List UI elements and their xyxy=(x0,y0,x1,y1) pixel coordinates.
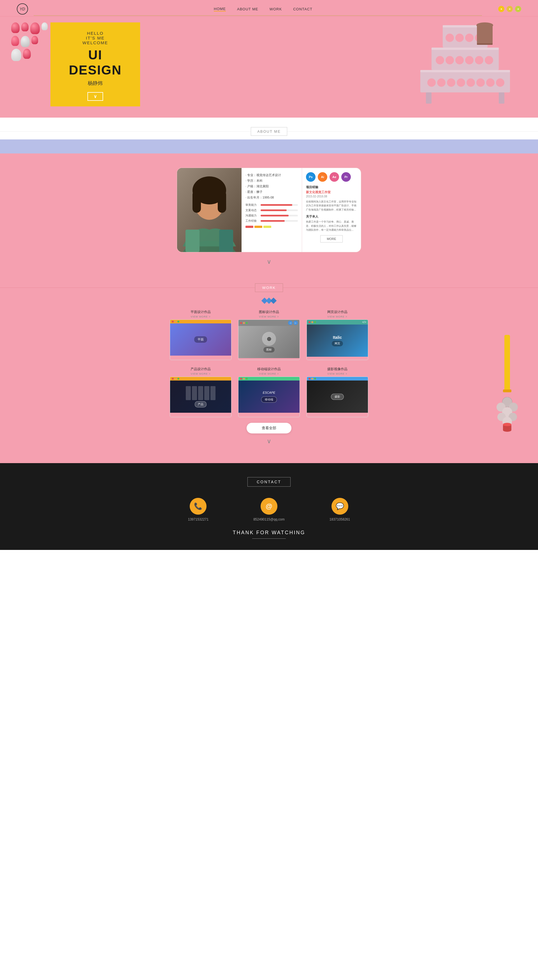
exp-date: 2015.02-2016.08 xyxy=(306,195,357,198)
about-me-label: ABOUT ME xyxy=(251,127,287,136)
svg-point-50 xyxy=(503,423,511,426)
badge-ae: Ae xyxy=(329,172,339,182)
phone-icon: 📞 xyxy=(190,498,206,515)
work-item-photo-title: 摄影视像作品 xyxy=(307,367,368,372)
work-scroll-arrow: ∨ xyxy=(0,433,538,449)
svg-point-23 xyxy=(476,78,485,87)
work-frame-product: 产品 xyxy=(170,377,231,417)
svg-point-15 xyxy=(465,56,474,64)
contact-wechat: 💬 18371058261 xyxy=(329,498,350,521)
work-frame-icon: ◁ ▷ ⊕ 图标 xyxy=(238,320,300,360)
view-all-button[interactable]: 查看全部 xyxy=(247,423,291,433)
hero-bulbs xyxy=(11,22,48,61)
about-zodiac: · 星座：狮子 xyxy=(246,190,298,194)
contact-section: CONTACT 📞 13971532271 @ 852490115@qq.com… xyxy=(0,463,538,550)
svg-point-20 xyxy=(447,78,455,87)
social-icons: ✦ ✦ ✦ xyxy=(498,6,521,12)
work-item-flat: 平面设计作品 VIEW MORE > 平面 xyxy=(170,310,231,360)
hero-title: UI DESIGN xyxy=(62,47,129,78)
exp-subtitle: 新文化视觉工作室 xyxy=(306,190,357,194)
svg-rect-6 xyxy=(426,92,431,103)
contact-phone: 📞 13971532271 xyxy=(188,498,209,521)
svg-rect-38 xyxy=(504,335,510,391)
hero-name: 杨静炜 xyxy=(62,80,129,86)
exp-title: 项目经验 xyxy=(306,185,357,189)
about-birth: · 出生年月：1995-08 xyxy=(246,196,298,200)
exp-text: 在校期间加入新文化工作室，运用所学专业知识为工作室承接媒体宣传平面广告设计、手画… xyxy=(306,200,357,212)
svg-point-14 xyxy=(455,56,464,64)
about-title: 关于本人 xyxy=(306,215,357,219)
about-skill-bars: 审美能力 文案动态 沟通能力 xyxy=(246,203,298,223)
about-info: · 专业：视觉传达艺术设计 · 学历：本科 · 户籍：湖北襄阳 · 星座：狮子 … xyxy=(241,168,302,252)
work-grid: 平面设计作品 VIEW MORE > 平面 图标设计作品 VIEW MORE > xyxy=(163,310,375,417)
svg-rect-3 xyxy=(431,48,499,50)
work-section: 平面设计作品 VIEW MORE > 平面 图标设计作品 VIEW MORE > xyxy=(0,296,538,463)
work-item-photo-sub: VIEW MORE > xyxy=(307,372,368,375)
about-right-panel: Ps Ai Ae Pr 项目经验 新文化视觉工作室 2015.02-2016.0… xyxy=(302,168,361,252)
svg-rect-28 xyxy=(477,43,493,45)
work-item-web: 网页设计作品 VIEW MORE > </> Italic 网页 xyxy=(307,310,368,360)
about-origin: · 户籍：湖北襄阳 xyxy=(246,184,298,188)
navigation: YD HOME ABOUT ME WORK CONTACT ✦ ✦ ✦ xyxy=(0,0,538,18)
nav-about[interactable]: ABOUT ME xyxy=(237,7,259,11)
about-photo xyxy=(177,168,241,252)
skill-label-4: 工作经验 xyxy=(246,219,259,223)
work-item-web-title: 网页设计作品 xyxy=(307,310,368,315)
work-item-icon: 图标设计作品 VIEW MORE > ◁ ▷ ⊕ 图标 xyxy=(238,310,300,360)
svg-point-10 xyxy=(465,33,474,42)
svg-point-24 xyxy=(486,78,495,87)
thank-divider xyxy=(252,538,286,539)
work-frame-web: </> Italic 网页 xyxy=(307,320,368,360)
svg-point-18 xyxy=(427,78,436,87)
hero-chevron[interactable]: ∨ xyxy=(88,92,103,101)
svg-point-25 xyxy=(496,78,504,87)
hero-welcome: WELCOME xyxy=(62,40,129,45)
svg-rect-35 xyxy=(218,190,226,213)
svg-rect-36 xyxy=(185,230,200,252)
svg-rect-37 xyxy=(219,230,233,252)
work-item-flat-sub: VIEW MORE > xyxy=(170,315,231,318)
more-button[interactable]: MORE xyxy=(320,235,343,242)
svg-rect-27 xyxy=(477,25,493,45)
work-frame-motion: ESCAPE 移动端 xyxy=(238,377,300,417)
work-section-header-wrapper: WORK xyxy=(0,282,538,296)
work-item-product-title: 产品设计作品 xyxy=(170,367,231,372)
about-major: · 专业：视觉传达艺术设计 xyxy=(246,173,298,177)
view-all-wrapper: 查看全部 xyxy=(0,423,538,433)
svg-point-13 xyxy=(445,56,454,64)
badge-ai: Ai xyxy=(318,172,327,182)
social-icon-3[interactable]: ✦ xyxy=(515,6,521,12)
work-diamond xyxy=(0,299,538,304)
nav-work[interactable]: WORK xyxy=(270,7,282,11)
email-address: 852490115@qq.com xyxy=(253,517,285,521)
skill-badges: Ps Ai Ae Pr xyxy=(306,172,357,182)
about-section: · 专业：视觉传达艺术设计 · 学历：本科 · 户籍：湖北襄阳 · 星座：狮子 … xyxy=(0,153,538,282)
social-icon-2[interactable]: ✦ xyxy=(507,6,513,12)
contact-header: CONTACT xyxy=(0,477,538,487)
work-item-web-sub: VIEW MORE > xyxy=(307,315,368,318)
nav-contact[interactable]: CONTACT xyxy=(293,7,313,11)
svg-rect-39 xyxy=(503,390,511,392)
wechat-number: 18371058261 xyxy=(329,517,350,521)
hero-section: YD HOME ABOUT ME WORK CONTACT ✦ ✦ ✦ xyxy=(0,0,538,118)
about-band xyxy=(0,140,538,153)
about-section-header: ABOUT ME xyxy=(0,118,538,140)
skill-label-1: 审美能力 xyxy=(246,203,259,207)
logo: YD xyxy=(17,3,28,14)
skill-label-2: 文案动态 xyxy=(246,208,259,212)
hero-hello: HELLO xyxy=(62,31,129,35)
svg-point-8 xyxy=(445,33,454,42)
thank-you-text: THANK FOR WATCHING xyxy=(0,530,538,536)
work-item-icon-sub: VIEW MORE > xyxy=(238,315,300,318)
nav-home[interactable]: HOME xyxy=(214,7,226,11)
svg-point-19 xyxy=(437,78,445,87)
about-text: 热爱工作是一个学习好奇、用心、真诚、善意、积极生活的人，对待工作认真负责，能够与… xyxy=(306,220,357,232)
email-icon: @ xyxy=(260,498,278,515)
social-icon-1[interactable]: ✦ xyxy=(498,6,504,12)
work-section-label: WORK xyxy=(255,283,283,292)
phone-number: 13971532271 xyxy=(188,517,209,521)
work-frame-flat: 平面 xyxy=(170,320,231,360)
contact-icons-row: 📞 13971532271 @ 852490115@qq.com 💬 18371… xyxy=(0,498,538,521)
contact-email: @ 852490115@qq.com xyxy=(253,498,285,521)
hero-its-me: IT'S ME xyxy=(62,35,129,40)
